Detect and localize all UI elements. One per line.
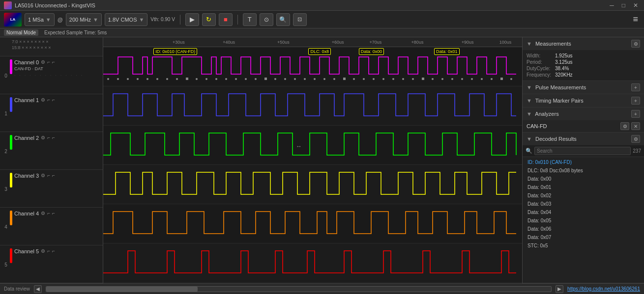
decoded-item-2[interactable]: Data: 0x00 — [523, 175, 644, 183]
svg-rect-8 — [186, 78, 188, 80]
ch-icon-1b[interactable]: ⌐ — [52, 97, 55, 103]
decoded-settings-btn[interactable]: ⚙ — [631, 135, 640, 143]
svg-point-30 — [402, 78, 404, 80]
minimize-button[interactable]: ─ — [608, 2, 616, 9]
analyzers-header[interactable]: ▼ Analyzers + — [523, 107, 644, 120]
pulse-actions[interactable]: + — [631, 83, 640, 91]
analyzer-name: CAN-FD — [527, 123, 547, 129]
analyzer-remove-btn[interactable]: ✕ — [631, 122, 640, 130]
ch-icon-0a[interactable]: ⌐ — [47, 59, 50, 65]
decoded-item-9[interactable]: Data: 0x07 — [523, 233, 644, 241]
ch-icon-2a[interactable]: ⌐ — [47, 135, 50, 140]
svg-rect-40 — [500, 78, 503, 80]
measurements-header[interactable]: ▼ Measurements ⚙ — [523, 37, 644, 50]
bottom-link[interactable]: https://blog.csdn.net/u013606261 — [567, 286, 640, 292]
decoded-item-3[interactable]: Data: 0x01 — [523, 183, 644, 191]
ch-color-bar-2 — [10, 135, 12, 150]
ch-num-2: 2 — [2, 135, 10, 168]
waveform-ch2 — [103, 126, 522, 164]
clock-group[interactable]: 200 MHz ▼ — [66, 13, 102, 26]
text-marker-button[interactable]: T — [243, 13, 257, 26]
voltage-group[interactable]: 1.8V CMOS ▼ — [105, 13, 148, 26]
ch-settings-0[interactable]: ⚙ — [41, 59, 45, 65]
decoded-results-header[interactable]: ▼ Decoded Results ⚙ — [523, 133, 644, 145]
decoded-search-input[interactable] — [534, 147, 631, 155]
ch-sub-0: CAN-FD · DAT — [14, 66, 101, 71]
decoded-item-6[interactable]: Data: 0x04 — [523, 208, 644, 216]
analyzer-item-actions[interactable]: ⚙ ✕ — [620, 122, 640, 130]
sample-time: Expected Sample Time: 5ms — [44, 30, 107, 35]
pulse-add-btn[interactable]: + — [631, 83, 640, 91]
clock-dropdown-icon[interactable]: ▼ — [93, 17, 98, 23]
waveform-ch3 — [103, 165, 522, 204]
ch-icon-3a[interactable]: ⌐ — [47, 173, 50, 178]
ch-settings-1[interactable]: ⚙ — [41, 97, 45, 103]
timing-marker-header[interactable]: ▼ Timing Marker Pairs + — [523, 94, 644, 107]
measurements-settings-btn[interactable]: ⚙ — [631, 40, 640, 48]
close-button[interactable]: ✕ — [631, 2, 640, 9]
bit-row-1: 7:0 × × × × × × × × — [2, 39, 101, 44]
decoded-item-8[interactable]: Data: 0x06 — [523, 225, 644, 233]
decoded-list: ID: 0x010 (CAN-FD) DLC: 0x8 Dsc:0x08 byt… — [523, 157, 644, 251]
signal-track-0[interactable]: ID: 0x010 (CAN-FD) DLC: 0x8 Data: 0x00 D… — [103, 47, 522, 86]
signal-track-3[interactable] — [103, 165, 522, 204]
ch-icon-4a[interactable]: ⌐ — [47, 211, 50, 216]
ch-settings-5[interactable]: ⚙ — [41, 248, 45, 254]
svg-point-23 — [333, 78, 335, 80]
sample-rate-dropdown-icon[interactable]: ▼ — [46, 17, 51, 23]
signal-track-1[interactable] — [103, 86, 522, 126]
timing-marker-title: Timing Marker Pairs — [535, 98, 584, 104]
ch-icon-5a[interactable]: ⌐ — [47, 248, 50, 254]
zoom-out-button[interactable]: 🔍 — [276, 13, 290, 26]
ch-icon-4b[interactable]: ⌐ — [52, 211, 55, 216]
svg-point-36 — [461, 78, 463, 80]
decoded-actions[interactable]: ⚙ — [631, 135, 640, 143]
maximize-button[interactable]: □ — [620, 2, 627, 9]
channel-label-5: 5 Channel 5 ⚙ ⌐ ⌐ — [0, 245, 103, 283]
analyzers-actions[interactable]: + — [631, 110, 640, 118]
titlebar-controls[interactable]: ─ □ ✕ — [608, 2, 640, 9]
timing-add-btn[interactable]: + — [631, 97, 640, 105]
analyzer-settings-btn[interactable]: ⚙ — [620, 122, 629, 130]
svg-rect-24 — [343, 78, 346, 80]
zoom-normal-button[interactable]: ⊙ — [260, 13, 273, 26]
decoded-item-1[interactable]: DLC: 0x8 Dsc:0x08 bytes — [523, 166, 644, 175]
analyzers-add-btn[interactable]: + — [631, 110, 640, 118]
voltage-dropdown-icon[interactable]: ▼ — [139, 17, 144, 23]
play-button[interactable]: ▶ — [185, 13, 199, 26]
sample-rate-group[interactable]: 1 MSa ▼ — [25, 13, 55, 26]
scroll-left-btn[interactable]: ◀ — [34, 285, 42, 293]
scroll-bar[interactable] — [46, 286, 552, 292]
time-mark-40: +40us — [223, 40, 235, 45]
loop-button[interactable]: ↻ — [202, 13, 216, 26]
decoded-item-4[interactable]: Data: 0x02 — [523, 191, 644, 200]
pulse-measurements-header[interactable]: ▼ Pulse Measurements + — [523, 81, 644, 94]
bit-displays: 7:0 × × × × × × × × 15:8 × × × × × × × × — [0, 37, 103, 56]
signal-track-2[interactable]: ↔ — [103, 126, 522, 165]
channel-label-4: 4 Channel 4 ⚙ ⌐ ⌐ — [0, 208, 103, 245]
ch-icon-0b[interactable]: ⌐ — [52, 59, 55, 65]
measurements-actions[interactable]: ⚙ — [631, 40, 640, 48]
decoded-item-5[interactable]: Data: 0x03 — [523, 200, 644, 208]
ch-icon-5b[interactable]: ⌐ — [52, 248, 55, 254]
scroll-right-btn[interactable]: ▶ — [556, 285, 563, 293]
bit-display-2: 15:8 × × × × × × × × — [12, 45, 51, 50]
decoded-item-0[interactable]: ID: 0x010 (CAN-FD) — [523, 158, 644, 166]
bit-display-1: 7:0 × × × × × × × × — [12, 39, 49, 44]
ch-icon-3b[interactable]: ⌐ — [52, 173, 55, 178]
decoded-item-10[interactable]: STC: 0x5 — [523, 241, 644, 250]
timing-actions[interactable]: + — [631, 97, 640, 105]
signal-track-4[interactable] — [103, 204, 522, 243]
signal-area[interactable]: +30us +40us +50us +60us +70us +80us +90u… — [103, 37, 522, 283]
ch-settings-4[interactable]: ⚙ — [41, 211, 45, 216]
ch-settings-3[interactable]: ⚙ — [41, 173, 45, 178]
ch-icon-2b[interactable]: ⌐ — [52, 135, 55, 140]
decoded-item-7[interactable]: Data: 0x05 — [523, 216, 644, 225]
signal-track-5[interactable] — [103, 243, 522, 283]
stop-button[interactable]: ■ — [219, 13, 233, 26]
menu-button[interactable]: ≡ — [631, 12, 640, 27]
svg-point-31 — [412, 78, 414, 80]
ch-icon-1a[interactable]: ⌐ — [47, 97, 50, 103]
ch-settings-2[interactable]: ⚙ — [41, 135, 45, 140]
zoom-fit-button[interactable]: ⊡ — [293, 13, 307, 26]
